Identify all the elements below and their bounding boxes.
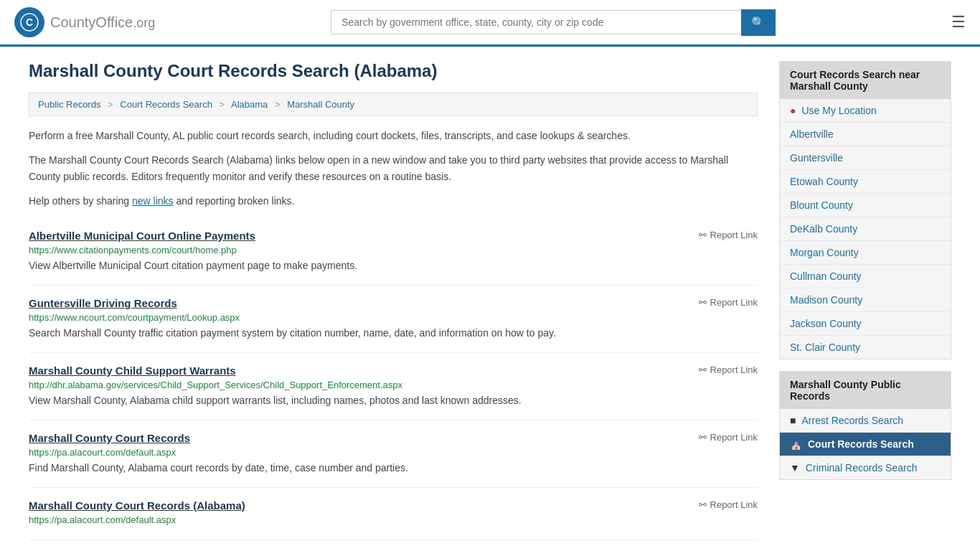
record-title[interactable]: Marshall County Court Records bbox=[29, 432, 190, 444]
search-input[interactable] bbox=[331, 10, 741, 34]
sidebar-item-cullman[interactable]: Cullman County bbox=[780, 265, 951, 288]
search-icon: 🔍 bbox=[751, 17, 765, 29]
court-icon: ⛪ bbox=[790, 438, 802, 450]
record-item: Marshall County Court Records (Alabama) … bbox=[29, 488, 758, 540]
court-records-link[interactable]: Court Records Search bbox=[808, 438, 914, 450]
breadcrumb-alabama[interactable]: Alabama bbox=[231, 99, 268, 110]
sidebar-arrest-records[interactable]: ■ Arrest Records Search bbox=[780, 409, 951, 433]
record-item: Guntersville Driving Records ⚯ Report Li… bbox=[29, 286, 758, 353]
public-records-section: Marshall County Public Records ■ Arrest … bbox=[779, 371, 951, 480]
breadcrumb-marshall[interactable]: Marshall County bbox=[287, 99, 354, 110]
nearby-link[interactable]: Albertville bbox=[790, 128, 834, 140]
site-header: C CountyOffice.org 🔍 ☰ bbox=[0, 0, 980, 47]
record-item: Marshall County Court Records ⚯ Report L… bbox=[29, 420, 758, 488]
breadcrumb-court-records[interactable]: Court Records Search bbox=[120, 99, 212, 110]
nearby-link[interactable]: Blount County bbox=[790, 199, 853, 211]
nearby-link[interactable]: Madison County bbox=[790, 294, 862, 306]
record-desc: Find Marshall County, Alabama court reco… bbox=[29, 461, 758, 476]
sidebar-item-morgan[interactable]: Morgan County bbox=[780, 241, 951, 265]
description-1: Perform a free Marshall County, AL publi… bbox=[29, 128, 758, 143]
sidebar-item-madison[interactable]: Madison County bbox=[780, 288, 951, 312]
record-title[interactable]: Marshall County Court Records (Alabama) bbox=[29, 499, 245, 512]
logo-icon: C bbox=[14, 7, 44, 37]
description-2: The Marshall County Court Records Search… bbox=[29, 152, 758, 184]
search-button[interactable]: 🔍 bbox=[741, 9, 776, 36]
nearby-section: Court Records Search near Marshall Count… bbox=[779, 61, 951, 359]
record-url[interactable]: https://www.citationpayments.com/court/h… bbox=[29, 245, 758, 255]
breadcrumb-sep3: > bbox=[275, 99, 281, 110]
sidebar-item-etowah[interactable]: Etowah County bbox=[780, 170, 951, 194]
report-icon: ⚯ bbox=[699, 364, 707, 375]
record-desc: View Marshall County, Alabama child supp… bbox=[29, 393, 758, 408]
svg-text:C: C bbox=[26, 17, 33, 28]
nearby-link[interactable]: Etowah County bbox=[790, 176, 858, 187]
record-desc: Search Marshall County traffic citation … bbox=[29, 326, 758, 341]
public-records-section-header: Marshall County Public Records bbox=[780, 372, 951, 409]
hamburger-icon: ☰ bbox=[951, 13, 966, 31]
breadcrumb: Public Records > Court Records Search > … bbox=[29, 93, 758, 116]
report-link[interactable]: ⚯ Report Link bbox=[699, 499, 758, 510]
arrest-records-link[interactable]: Arrest Records Search bbox=[801, 415, 903, 426]
record-title[interactable]: Albertville Municipal Court Online Payme… bbox=[29, 230, 255, 242]
record-url[interactable]: https://www.ncourt.com/courtpayment/Look… bbox=[29, 312, 758, 323]
nearby-link[interactable]: DeKalb County bbox=[790, 223, 857, 235]
sidebar-item-stclair[interactable]: St. Clair County bbox=[780, 336, 951, 359]
use-my-location[interactable]: ● Use My Location bbox=[780, 99, 951, 123]
nearby-title: Court Records Search near Marshall Count… bbox=[790, 69, 920, 92]
report-link[interactable]: ⚯ Report Link bbox=[699, 230, 758, 240]
report-icon: ⚯ bbox=[699, 297, 707, 308]
report-link[interactable]: ⚯ Report Link bbox=[699, 297, 758, 308]
new-links-link[interactable]: new links bbox=[132, 195, 174, 207]
nearby-link[interactable]: St. Clair County bbox=[790, 342, 860, 353]
description-3: Help others by sharing new links and rep… bbox=[29, 193, 758, 209]
nearby-link[interactable]: Jackson County bbox=[790, 318, 862, 329]
sidebar-item-blount[interactable]: Blount County bbox=[780, 194, 951, 217]
main-content: Marshall County Court Records Search (Al… bbox=[29, 61, 758, 540]
records-list: Albertville Municipal Court Online Payme… bbox=[29, 218, 758, 540]
report-link[interactable]: ⚯ Report Link bbox=[699, 364, 758, 375]
use-location-link[interactable]: Use My Location bbox=[801, 105, 876, 116]
record-desc: View Albertville Municipal Court citatio… bbox=[29, 258, 758, 273]
breadcrumb-sep2: > bbox=[220, 99, 225, 110]
logo-area: C CountyOffice.org bbox=[14, 7, 155, 37]
nearby-section-header: Court Records Search near Marshall Count… bbox=[780, 62, 951, 99]
criminal-icon: ▼ bbox=[790, 462, 800, 474]
logo-suffix: .org bbox=[133, 16, 155, 30]
record-url[interactable]: https://pa.alacourt.com/default.aspx bbox=[29, 447, 758, 458]
breadcrumb-sep1: > bbox=[108, 99, 113, 110]
record-url[interactable]: https://pa.alacourt.com/default.aspx bbox=[29, 514, 758, 525]
report-icon: ⚯ bbox=[699, 499, 707, 510]
nearby-link[interactable]: Cullman County bbox=[790, 270, 862, 282]
sidebar-item-dekalb[interactable]: DeKalb County bbox=[780, 217, 951, 241]
record-item: Albertville Municipal Court Online Payme… bbox=[29, 218, 758, 286]
nearby-link[interactable]: Guntersville bbox=[790, 152, 843, 164]
search-container: 🔍 bbox=[331, 9, 776, 36]
location-icon: ● bbox=[790, 105, 796, 116]
sidebar: Court Records Search near Marshall Count… bbox=[779, 61, 951, 540]
record-title[interactable]: Marshall County Child Support Warrants bbox=[29, 364, 236, 377]
report-link[interactable]: ⚯ Report Link bbox=[699, 432, 758, 443]
sidebar-criminal-records[interactable]: ▼ Criminal Records Search bbox=[780, 456, 951, 479]
criminal-records-link[interactable]: Criminal Records Search bbox=[806, 462, 918, 474]
nearby-link[interactable]: Morgan County bbox=[790, 247, 859, 258]
page-container: Marshall County Court Records Search (Al… bbox=[0, 47, 980, 551]
sidebar-court-records[interactable]: ⛪ Court Records Search bbox=[780, 433, 951, 456]
logo-text: CountyOffice.org bbox=[50, 14, 155, 31]
record-title[interactable]: Guntersville Driving Records bbox=[29, 297, 177, 309]
menu-button[interactable]: ☰ bbox=[951, 13, 966, 32]
breadcrumb-public-records[interactable]: Public Records bbox=[38, 99, 100, 110]
record-item: Marshall County Child Support Warrants ⚯… bbox=[29, 353, 758, 420]
sidebar-item-jackson[interactable]: Jackson County bbox=[780, 312, 951, 336]
record-url[interactable]: http://dhr.alabama.gov/services/Child_Su… bbox=[29, 380, 758, 390]
report-icon: ⚯ bbox=[699, 230, 707, 240]
public-records-title: Marshall County Public Records bbox=[790, 379, 901, 402]
report-icon: ⚯ bbox=[699, 432, 707, 443]
sidebar-item-guntersville[interactable]: Guntersville bbox=[780, 146, 951, 170]
arrest-icon: ■ bbox=[790, 415, 796, 426]
logo-name: CountyOffice bbox=[50, 14, 133, 30]
sidebar-item-albertville[interactable]: Albertville bbox=[780, 123, 951, 146]
page-title: Marshall County Court Records Search (Al… bbox=[29, 61, 758, 81]
